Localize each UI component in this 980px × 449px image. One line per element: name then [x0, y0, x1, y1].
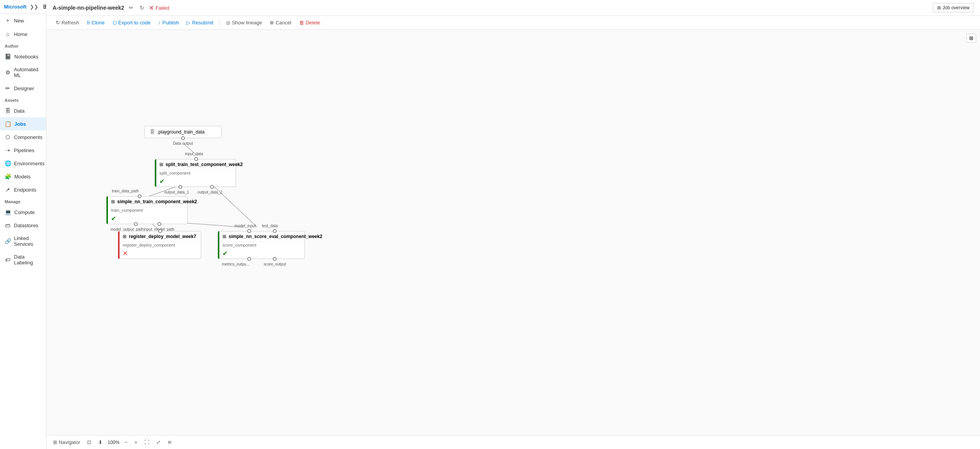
delete-button[interactable]: 🗑 Delete	[296, 18, 323, 27]
job-overview-button[interactable]: ⊞ Job overview	[933, 3, 974, 12]
sidebar-item-components[interactable]: ⬡ Components	[0, 130, 46, 144]
notebook-icon: 📓	[5, 53, 11, 60]
components-icon: ⬡	[5, 134, 11, 140]
train-out-port[interactable]	[134, 222, 138, 226]
navigator-toggle-button[interactable]: ⊞ Navigator	[51, 439, 82, 446]
automl-icon: ⚙	[5, 69, 11, 75]
cancel-icon: ⊗	[270, 20, 274, 26]
score-node-subtitle: score_component	[219, 242, 304, 249]
register-in-port[interactable]	[158, 229, 162, 233]
endpoints-icon: ↗	[5, 187, 11, 193]
register-node[interactable]: ⊞ register_deploy_model_week7 register_d…	[118, 231, 201, 259]
score-in1-label: model_input	[235, 224, 256, 228]
register-node-status: ✕	[120, 249, 201, 259]
ms-logo: Microsoft	[4, 4, 27, 10]
topbar-right: ⊞ Job overview	[933, 3, 974, 12]
toolbar-divider	[219, 19, 220, 27]
train-node-icon: ⊞	[111, 199, 115, 204]
sidebar-item-designer[interactable]: ✏ Designer	[0, 82, 46, 95]
train-out2-port[interactable]	[157, 222, 161, 226]
sidebar-item-home[interactable]: ⌂ Home	[0, 27, 46, 41]
split-out2-label: output_data_2	[198, 190, 222, 194]
sidebar-item-pipelines[interactable]: ⇢ Pipelines	[0, 144, 46, 157]
data-source-name: playground_train_data	[158, 129, 204, 135]
navigator-map-icon: ⊞	[53, 439, 57, 445]
sidebar-item-linked-services[interactable]: 🔗 Linked Services	[0, 232, 46, 250]
sidebar-item-compute[interactable]: 💻 Compute	[0, 206, 46, 219]
failed-icon: ✕	[149, 4, 154, 12]
data-source-node[interactable]: 🗄 playground_train_data Data output	[144, 126, 222, 138]
split-node-header: ⊞ split_train_test_component_week2	[156, 159, 236, 170]
section-assets: Assets	[0, 95, 46, 104]
score-node-status: ✔	[219, 249, 304, 259]
sidebar-item-new[interactable]: ＋ New	[0, 14, 46, 27]
fit-canvas-icon: ⛶	[144, 439, 149, 445]
split-in-port[interactable]	[194, 157, 198, 161]
zoom-out-button[interactable]: −	[123, 439, 130, 446]
clone-button[interactable]: ⎘ Clone	[84, 18, 108, 27]
score-node[interactable]: ⊞ simple_nn_score_eval_component_week2 s…	[218, 231, 305, 259]
data-icon: 🗄	[5, 108, 11, 114]
edit-title-button[interactable]: ✏	[127, 4, 135, 12]
score-in1-port[interactable]	[247, 229, 251, 233]
score-out1-label: metrics_outpu...	[222, 262, 250, 266]
show-lineage-button[interactable]: ◎ Show lineage	[223, 18, 265, 27]
sidebar-item-environments[interactable]: 🌐 Environments	[0, 157, 46, 170]
pipeline-title: A-simple-nn-pipeline-week2	[53, 5, 124, 11]
download-button[interactable]: ⬇	[96, 439, 104, 446]
score-out1-port[interactable]	[247, 257, 251, 261]
canvas-inner: 🗄 playground_train_data Data output ⊞ sp…	[46, 30, 980, 434]
sidebar-item-data-labeling[interactable]: 🏷 Data Labeling	[0, 250, 46, 269]
fit-view-icon: ⊡	[87, 439, 91, 445]
jobs-icon: 📋	[5, 121, 11, 127]
split-out2-port[interactable]	[210, 185, 214, 189]
split-node[interactable]: ⊞ split_train_test_component_week2 split…	[155, 159, 236, 187]
section-manage: Manage	[0, 196, 46, 206]
data-source-out-port[interactable]	[181, 136, 185, 140]
score-out2-port[interactable]	[273, 257, 277, 261]
publish-icon: ↑	[158, 20, 161, 26]
status-label: Failed	[156, 5, 169, 11]
layout-icon: ≋	[168, 439, 172, 445]
sidebar-toggle-icon[interactable]: ❯❯	[30, 4, 38, 10]
publish-button[interactable]: ↑ Publish	[155, 18, 182, 27]
split-out1-label: output_data_1	[164, 190, 189, 194]
train-in-port[interactable]	[138, 194, 142, 198]
split-out1-port[interactable]	[178, 185, 182, 189]
register-status-icon: ✕	[123, 250, 128, 257]
sidebar-item-data[interactable]: 🗄 Data	[0, 104, 46, 117]
export-button[interactable]: ⬡ Export to code	[109, 18, 154, 27]
pipeline-canvas[interactable]: 🗄 playground_train_data Data output ⊞ sp…	[46, 30, 980, 449]
navigator-bar: ⊞ Navigator ⊡ ⬇ 100% − + ⛶ ⤢ ≋	[46, 435, 980, 449]
zoom-in-button[interactable]: +	[133, 439, 140, 446]
split-node-title: split_train_test_component_week2	[166, 162, 243, 167]
sidebar-item-models[interactable]: 🧩 Models	[0, 170, 46, 183]
register-node-header: ⊞ register_deploy_model_week7	[120, 231, 201, 242]
compute-icon: 💻	[5, 209, 11, 215]
designer-icon: ✏	[5, 85, 11, 91]
train-node-subtitle: train_component	[108, 207, 187, 214]
sidebar-item-jobs[interactable]: 📋 Jobs	[0, 117, 46, 130]
sidebar-item-datastores[interactable]: 🗃 Datastores	[0, 219, 46, 232]
section-author: Author	[0, 41, 46, 50]
refresh-title-button[interactable]: ↻	[138, 4, 146, 12]
train-node[interactable]: ⊞ simple_nn_train_component_week2 train_…	[106, 196, 188, 224]
refresh-button[interactable]: ↻ Refresh	[53, 18, 82, 27]
fit-canvas-button[interactable]: ⛶	[142, 439, 151, 446]
layout-button[interactable]: ≋	[166, 439, 174, 446]
register-node-icon: ⊞	[123, 234, 127, 239]
fit-view-button[interactable]: ⊡	[85, 439, 93, 446]
resubmit-icon: ▷	[186, 20, 190, 26]
sidebar-item-notebooks[interactable]: 📓 Notebooks	[0, 50, 46, 63]
train-node-title: simple_nn_train_component_week2	[117, 199, 197, 204]
sidebar-item-endpoints[interactable]: ↗ Endpoints	[0, 183, 46, 196]
home-icon: ⌂	[5, 31, 11, 37]
resubmit-button[interactable]: ▷ Resubmit	[183, 18, 216, 27]
fullscreen-button[interactable]: ⤢	[154, 439, 162, 446]
job-overview-icon: ⊞	[937, 5, 941, 10]
expand-icon[interactable]: ⊞	[966, 34, 976, 43]
cancel-button[interactable]: ⊗ Cancel	[267, 18, 294, 27]
score-in2-port[interactable]	[273, 229, 277, 233]
data-source-out-label: Data output	[173, 141, 193, 146]
sidebar-item-automated-ml[interactable]: ⚙ Automated ML	[0, 63, 46, 82]
